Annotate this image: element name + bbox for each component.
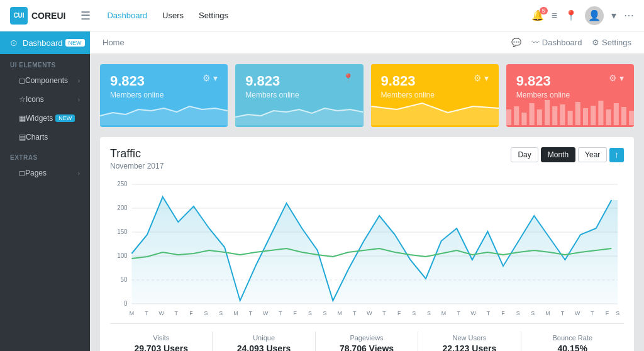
chart-title-area: Traffic November 2017 xyxy=(110,147,164,170)
stat-bounce-rate-value: 40.15% xyxy=(521,343,624,351)
svg-rect-4 xyxy=(514,106,519,125)
widgets-new-badge: NEW xyxy=(55,114,75,122)
svg-text:W: W xyxy=(367,310,372,316)
notification-icon[interactable]: 🔔 5 xyxy=(531,9,544,21)
stat-cards-grid: 9.823 Members online ⚙ ▾ xyxy=(100,64,634,127)
stat-unique-value: 24.093 Users xyxy=(213,343,314,351)
stat-pageviews-value: 78.706 Views xyxy=(316,343,418,351)
svg-text:M: M xyxy=(441,310,446,316)
breadcrumb-dashboard-link[interactable]: 〰 Dashboard xyxy=(531,38,582,47)
user-dropdown-icon[interactable]: ▾ xyxy=(611,9,616,21)
sidebar-item-charts[interactable]: ▤ Charts xyxy=(0,128,90,147)
top-navigation: CUI COREUI ☰ Dashboard Users Settings 🔔 … xyxy=(0,0,644,31)
stat-card-top-1: 9.823 Members online ⚙ ▾ xyxy=(110,73,218,99)
svg-text:S: S xyxy=(308,310,312,316)
notification-badge: 5 xyxy=(540,7,548,14)
brand-name: COREUI xyxy=(31,11,65,21)
nav-link-settings[interactable]: Settings xyxy=(192,7,235,24)
stat-card-light-blue: 9.823 Members online 📍 xyxy=(235,64,363,127)
traffic-chart-svg: 250 200 150 100 50 0 xyxy=(110,178,624,316)
stat-unique: Unique 24.093 Users (20%) xyxy=(213,332,315,351)
stat-card-top-4: 9.823 Members online ⚙ ▾ xyxy=(516,73,624,99)
breadcrumb-bar: Home 💬 〰 Dashboard ⚙ Settings xyxy=(90,31,644,54)
stat-pageviews-label: Pageviews xyxy=(316,334,418,342)
stat-new-users-label: New Users xyxy=(418,334,520,342)
svg-text:250: 250 xyxy=(117,181,128,187)
svg-text:S: S xyxy=(323,310,327,316)
stat-card-icon-2[interactable]: 📍 xyxy=(343,73,353,83)
svg-text:F: F xyxy=(397,310,401,316)
breadcrumb: Home xyxy=(103,38,125,47)
sidebar-item-dashboard[interactable]: ⊙ Dashboard NEW xyxy=(0,31,90,54)
svg-text:W: W xyxy=(471,310,477,316)
stat-card-top-3: 9.823 Members online ⚙ ▾ xyxy=(381,73,489,99)
stat-card-red: 9.823 Members online ⚙ ▾ xyxy=(506,64,634,127)
sidebar-item-icons[interactable]: ☆ Icons › xyxy=(0,90,90,109)
stat-card-value-2: 9.823 xyxy=(245,73,299,89)
svg-text:T: T xyxy=(353,310,357,316)
chart-header: Traffic November 2017 Day Month Year ↑ xyxy=(110,147,624,170)
svg-text:100: 100 xyxy=(117,252,128,259)
svg-text:M: M xyxy=(545,310,550,316)
stat-card-icon-1[interactable]: ⚙ ▾ xyxy=(203,73,218,83)
dashboard-icon: ⊙ xyxy=(10,38,18,48)
chart-controls: Day Month Year ↑ xyxy=(511,147,624,162)
svg-marker-1 xyxy=(235,108,363,125)
breadcrumb-chat[interactable]: 💬 xyxy=(511,38,521,47)
svg-rect-18 xyxy=(621,107,626,125)
svg-text:S: S xyxy=(516,310,520,316)
chart-btn-year[interactable]: Year xyxy=(578,147,607,162)
svg-text:150: 150 xyxy=(117,228,128,235)
svg-text:S: S xyxy=(427,310,431,316)
svg-rect-12 xyxy=(575,102,580,125)
location-icon[interactable]: 📍 xyxy=(565,9,577,21)
list-icon[interactable]: ≡ xyxy=(552,10,557,21)
more-icon[interactable]: ⋯ xyxy=(624,9,634,21)
avatar[interactable]: 👤 xyxy=(585,6,604,25)
svg-text:0: 0 xyxy=(124,300,128,307)
sidebar-item-widgets[interactable]: ▦ Widgets NEW xyxy=(0,109,90,128)
charts-icon: ▤ xyxy=(19,133,26,142)
svg-text:S: S xyxy=(616,310,619,316)
sidebar-dashboard-badge: NEW xyxy=(65,39,85,47)
svg-rect-3 xyxy=(506,109,511,125)
nav-link-users[interactable]: Users xyxy=(156,7,190,24)
svg-text:W: W xyxy=(159,310,165,316)
stat-card-icon-3[interactable]: ⚙ ▾ xyxy=(474,73,489,83)
sidebar-item-pages[interactable]: ◻ Pages › xyxy=(0,164,90,182)
svg-rect-6 xyxy=(529,103,534,125)
svg-text:M: M xyxy=(130,310,134,316)
brand-logo: CUI xyxy=(10,7,28,25)
stat-chart-2 xyxy=(235,97,363,127)
hamburger-menu[interactable]: ☰ xyxy=(80,9,91,23)
breadcrumb-right: 💬 〰 Dashboard ⚙ Settings xyxy=(511,38,631,47)
svg-rect-9 xyxy=(552,106,557,125)
svg-text:T: T xyxy=(487,310,491,316)
stat-new-users-value: 22.123 Users xyxy=(418,343,520,351)
sidebar-section-extras: EXTRAS xyxy=(0,147,90,164)
chart-btn-day[interactable]: Day xyxy=(511,147,538,162)
stat-visits-value: 29.703 Users xyxy=(110,343,212,351)
svg-text:T: T xyxy=(145,310,148,316)
stat-unique-label: Unique xyxy=(213,334,314,342)
svg-text:S: S xyxy=(412,310,416,316)
chart-btn-month[interactable]: Month xyxy=(541,147,575,162)
sidebar-item-components[interactable]: ◻ Components › xyxy=(0,71,90,90)
svg-text:M: M xyxy=(338,310,342,316)
nav-link-dashboard[interactable]: Dashboard xyxy=(101,7,153,24)
stat-card-value-3: 9.823 xyxy=(381,73,435,89)
main-content: Home 💬 〰 Dashboard ⚙ Settings 9.823 Memb… xyxy=(90,31,644,351)
svg-text:M: M xyxy=(233,310,238,316)
svg-text:F: F xyxy=(189,310,193,316)
stat-chart-1 xyxy=(100,97,228,127)
stat-visits: Visits 29.703 Users (40%) xyxy=(110,332,213,351)
svg-text:T: T xyxy=(382,310,386,316)
chart-download-button[interactable]: ↑ xyxy=(609,148,624,162)
sidebar-dashboard-label: Dashboard xyxy=(23,38,63,48)
svg-rect-7 xyxy=(537,109,542,125)
svg-text:T: T xyxy=(591,310,594,316)
stat-card-icon-4[interactable]: ⚙ ▾ xyxy=(609,73,624,83)
breadcrumb-settings-link[interactable]: ⚙ Settings xyxy=(592,38,631,47)
svg-text:F: F xyxy=(294,310,297,316)
svg-text:T: T xyxy=(457,310,460,316)
